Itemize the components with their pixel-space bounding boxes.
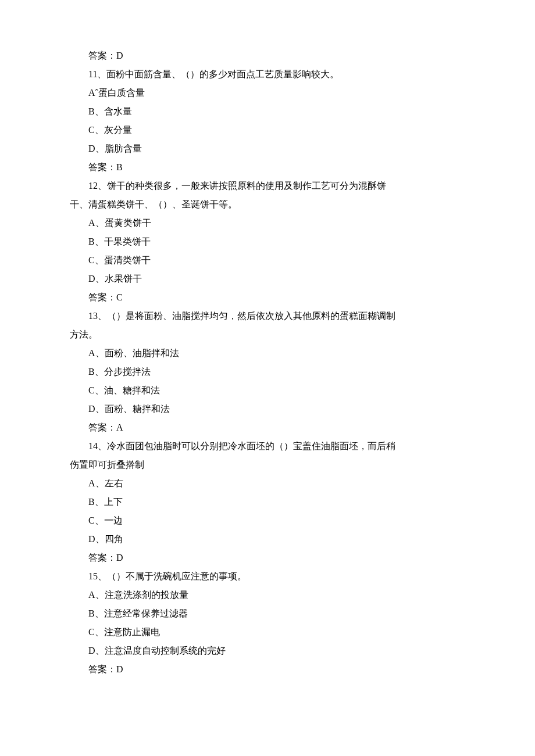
q13-answer: 答案：A bbox=[70, 418, 465, 437]
q14-answer: 答案：D bbox=[70, 549, 465, 567]
q12-stem-line1: 12、饼干的种类很多，一般来讲按照原料的使用及制作工艺可分为混酥饼 bbox=[70, 177, 465, 195]
q11-option-c: C、灰分量 bbox=[70, 121, 465, 139]
q12-answer: 答案：C bbox=[70, 288, 465, 307]
q14-option-c: C、一边 bbox=[70, 511, 465, 530]
q15-option-c: C、注意防止漏电 bbox=[70, 623, 465, 642]
q11-answer: 答案：B bbox=[70, 158, 465, 177]
q14-option-b: B、上下 bbox=[70, 493, 465, 511]
q12-stem-line2: 干、清蛋糕类饼干、（）、圣诞饼干等。 bbox=[70, 195, 465, 214]
q15-option-d: D、注意温度自动控制系统的完好 bbox=[70, 642, 465, 660]
q13-option-c: C、油、糖拌和法 bbox=[70, 381, 465, 400]
document-page: 答案：D 11、面粉中面筋含量、（）的多少对面点工艺质量影响较大。 Aˆ蛋白质含… bbox=[0, 0, 535, 756]
q13-option-a: A、面粉、油脂拌和法 bbox=[70, 344, 465, 363]
q11-option-d: D、脂肪含量 bbox=[70, 139, 465, 158]
q15-stem: 15、（）不属于洗碗机应注意的事项。 bbox=[70, 567, 465, 586]
q12-option-d: D、水果饼干 bbox=[70, 270, 465, 288]
q12-option-a: A、蛋黄类饼干 bbox=[70, 214, 465, 232]
q15-answer: 答案：D bbox=[70, 660, 465, 679]
q12-option-b: B、干果类饼干 bbox=[70, 232, 465, 251]
q13-option-b: B、分步搅拌法 bbox=[70, 363, 465, 381]
q13-stem-line1: 13、（）是将面粉、油脂搅拌均匀，然后依次放入其他原料的蛋糕面糊调制 bbox=[70, 307, 465, 325]
q11-option-b: B、含水量 bbox=[70, 102, 465, 121]
q14-option-a: A、左右 bbox=[70, 474, 465, 493]
q12-option-c: C、蛋清类饼干 bbox=[70, 251, 465, 270]
q11-option-a: Aˆ蛋白质含量 bbox=[70, 84, 465, 102]
q14-option-d: D、四角 bbox=[70, 530, 465, 549]
q14-stem-line2: 伤置即可折叠擀制 bbox=[70, 456, 465, 474]
q11-stem: 11、面粉中面筋含量、（）的多少对面点工艺质量影响较大。 bbox=[70, 65, 465, 84]
q10-answer: 答案：D bbox=[70, 46, 465, 65]
q14-stem-line1: 14、冷水面团包油脂时可以分别把冷水面坯的（）宝盖住油脂面坯，而后稍 bbox=[70, 437, 465, 456]
q13-option-d: D、面粉、糖拌和法 bbox=[70, 400, 465, 418]
q15-option-a: A、注意洗涤剂的投放量 bbox=[70, 586, 465, 604]
q13-stem-line2: 方法。 bbox=[70, 325, 465, 344]
q15-option-b: B、注意经常保养过滤器 bbox=[70, 604, 465, 623]
